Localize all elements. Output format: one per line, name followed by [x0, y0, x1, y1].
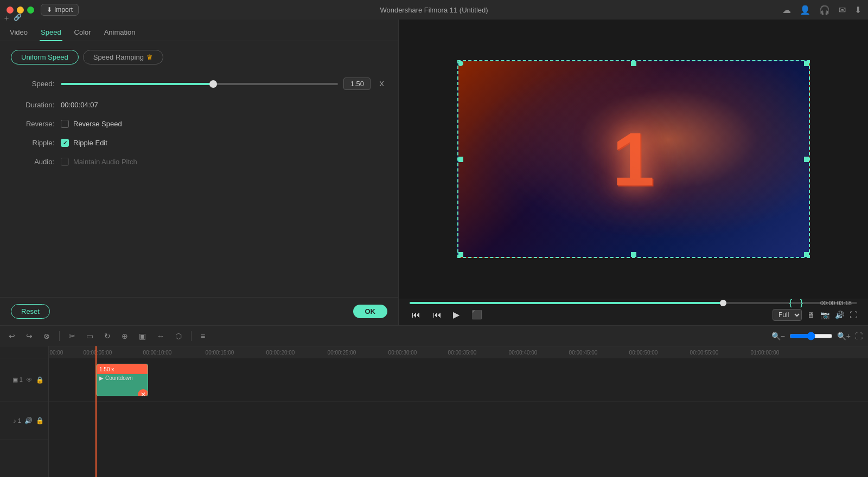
quality-select[interactable]: Full 1/2 1/4 [773, 309, 802, 321]
handle-top-right[interactable] [804, 61, 809, 66]
duration-label: Duration: [11, 101, 54, 109]
ruler-mark-6: 00:00:30:00 [388, 350, 417, 356]
play-controls: ⏮ ⏭ ▶ ⬛ [410, 307, 484, 322]
reverse-label: Reverse: [11, 120, 54, 128]
import-icon: ⬇ [47, 6, 52, 14]
audio-lock-icon[interactable]: 🔒 [36, 417, 44, 424]
crop-button[interactable]: ▭ [83, 330, 97, 343]
maintain-audio-checkbox [61, 158, 69, 166]
effects-button[interactable]: ⬡ [172, 330, 185, 343]
reverse-speed-label: Reverse Speed [73, 120, 122, 128]
rewind-button[interactable]: ⏮ [410, 308, 423, 322]
undo-button[interactable]: ↩ [5, 330, 18, 343]
zoom-out-button[interactable]: 🔍− [771, 332, 785, 340]
zoom-slider[interactable] [789, 332, 833, 340]
ruler-mark-0: 00:00:00:00 [49, 350, 63, 356]
handle-top-left[interactable] [458, 61, 463, 66]
cloud-icon[interactable]: ☁ [782, 5, 791, 15]
grid-button[interactable]: ▣ [136, 330, 149, 343]
redo-button[interactable]: ↪ [23, 330, 36, 343]
playback-controls: ⏮ ⏭ ▶ ⬛ Full 1/2 1/4 🖥 📷 🔊 ⛶ [410, 306, 857, 323]
headset-icon[interactable]: 🎧 [819, 5, 830, 15]
eye-icon[interactable]: 👁 [26, 376, 33, 384]
user-icon[interactable]: 👤 [800, 5, 810, 15]
uniform-speed-button[interactable]: Uniform Speed [11, 50, 79, 65]
clip-name: Countdown [105, 375, 133, 381]
loop-button[interactable]: ⊕ [118, 330, 131, 343]
timeline-tracks[interactable]: 00:00:00:00 00:00:05:00 00:00:10:00 00:0… [49, 346, 868, 477]
play-button[interactable]: ▶ [451, 307, 462, 322]
progress-track[interactable]: { } 00:00:03:18 [410, 302, 857, 304]
fullscreen-icon[interactable]: ⛶ [850, 311, 857, 319]
zoom-in-button[interactable]: 🔍+ [837, 332, 851, 340]
volume-icon[interactable]: 🔊 [835, 311, 844, 319]
clip-film-icon: ▶ [99, 375, 104, 381]
playhead[interactable] [95, 346, 97, 477]
track-label-audio-1: ♪ 1 🔊 🔒 [0, 402, 48, 440]
right-controls: Full 1/2 1/4 🖥 📷 🔊 ⛶ [773, 309, 857, 321]
reset-button[interactable]: Reset [11, 304, 50, 319]
audio-checkbox-row: Maintain Audio Pitch [61, 158, 137, 166]
speed-reset-x[interactable]: X [376, 79, 387, 89]
ruler-mark-10: 00:00:50:00 [629, 350, 658, 356]
fit-button[interactable]: ⛶ [855, 332, 863, 340]
close-traffic-light[interactable] [7, 7, 14, 14]
lock-icon[interactable]: 🔒 [36, 376, 44, 384]
handle-bottom-right[interactable] [804, 252, 809, 257]
ruler-mark-1: 00:00:05:00 [84, 350, 112, 356]
ripple-edit-checkbox[interactable] [61, 139, 69, 147]
crown-icon: ♛ [146, 53, 153, 61]
audio-mute-icon[interactable]: 🔊 [24, 417, 33, 424]
mail-icon[interactable]: ✉ [839, 5, 846, 15]
ripple-edit-label: Ripple Edit [73, 139, 107, 147]
screen-icon[interactable]: 🖥 [807, 311, 815, 319]
speed-panel: Uniform Speed Speed Ramping ♛ Speed: X D… [0, 41, 398, 297]
tab-speed[interactable]: Speed [40, 25, 62, 41]
ruler-mark-2: 00:00:10:00 [143, 350, 172, 356]
cut-button[interactable]: ✂ [66, 330, 79, 343]
speed-value-input[interactable] [343, 78, 371, 90]
speed-row: Speed: X [11, 78, 387, 90]
progress-thumb[interactable] [720, 300, 726, 306]
camera-icon[interactable]: 📷 [820, 311, 829, 319]
left-panel: Video Speed Color Animation Uniform Spee… [0, 20, 399, 325]
time-display: 00:00:03:18 [820, 300, 852, 306]
speed-slider[interactable] [61, 83, 338, 85]
handle-mid-top[interactable] [631, 61, 636, 66]
speed-ramping-button[interactable]: Speed Ramping ♛ [83, 50, 163, 65]
ruler-mark-5: 00:00:25:00 [328, 350, 356, 356]
stop-button[interactable]: ⬛ [469, 307, 484, 322]
download-icon[interactable]: ⬇ [854, 5, 861, 15]
tab-color[interactable]: Color [73, 25, 92, 41]
handle-mid-right[interactable] [804, 157, 809, 162]
maximize-traffic-light[interactable] [27, 7, 34, 14]
ripple-checkbox-row: Ripple Edit [61, 139, 107, 147]
clip-speed-badge: 1.50 x [99, 366, 114, 372]
handle-mid-left[interactable] [458, 157, 463, 162]
timeline-toolbar: ↩ ↪ ⊗ ✂ ▭ ↻ ⊕ ▣ ↔ ⬡ ≡ 🔍− 🔍+ ⛶ [0, 326, 868, 346]
audio-row: Audio: Maintain Audio Pitch [11, 158, 387, 166]
ruler-spacer: ＋ 🔗 [0, 346, 48, 358]
ruler-mark-11: 00:00:55:00 [690, 350, 719, 356]
video-track-number: ▣ 1 [12, 376, 23, 383]
import-button[interactable]: ⬇ Import [41, 4, 79, 16]
rotate-button[interactable]: ↻ [101, 330, 114, 343]
reverse-checkbox-row: Reverse Speed [61, 120, 122, 128]
minimize-traffic-light[interactable] [17, 7, 24, 14]
tab-animation[interactable]: Animation [103, 25, 137, 41]
handle-mid-bottom[interactable] [631, 252, 636, 257]
transform-button[interactable]: ↔ [154, 330, 168, 343]
settings-button[interactable]: ≡ [197, 330, 208, 343]
ok-button[interactable]: OK [353, 305, 388, 318]
reverse-speed-checkbox[interactable] [61, 120, 69, 128]
reverse-row: Reverse: Reverse Speed [11, 120, 387, 128]
traffic-lights [7, 7, 34, 14]
step-back-button[interactable]: ⏭ [430, 308, 443, 322]
speed-mode-buttons: Uniform Speed Speed Ramping ♛ [11, 50, 387, 65]
handle-bottom-left[interactable] [458, 252, 463, 257]
delete-button[interactable]: ⊗ [40, 330, 53, 343]
tab-video[interactable]: Video [9, 25, 29, 41]
video-clip[interactable]: 1.50 x ▶ Countdown ✕ [97, 364, 148, 396]
app-title: Wondershare Filmora 11 (Untitled) [380, 6, 488, 14]
toolbar-separator-2 [191, 331, 192, 341]
